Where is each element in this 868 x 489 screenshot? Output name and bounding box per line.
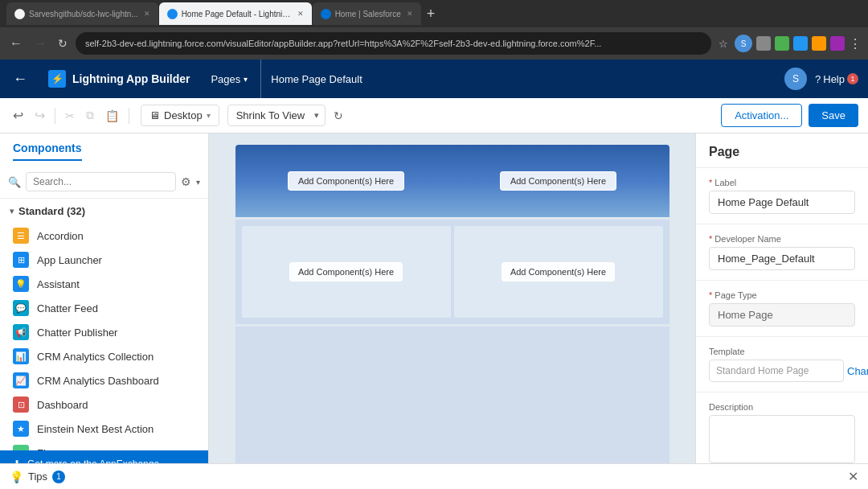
help-button[interactable]: ? Help 1	[815, 73, 858, 85]
comp-label: Einstein Next Best Action	[37, 423, 154, 435]
comp-label: App Launcher	[37, 254, 102, 266]
search-input[interactable]	[26, 172, 176, 191]
toolbar: ↩ ↪ ✂ ⧉ 📋 🖥 Desktop ▾ Shrink To View ▾ ↻…	[0, 98, 868, 134]
add-component-2col-right[interactable]: Add Component(s) Here	[502, 262, 615, 281]
comp-label: Dashboard	[37, 399, 88, 411]
canvas-col-2-left[interactable]: Add Component(s) Here	[242, 226, 451, 318]
page-name-label: Home Page Default	[271, 73, 362, 85]
list-item[interactable]: 📢 Chatter Publisher	[0, 320, 208, 344]
bookmark-icon[interactable]: ☆	[716, 36, 731, 51]
flow-icon: ⟶	[13, 445, 29, 450]
tab-lightning[interactable]: Home Page Default - Lightning... ✕	[159, 2, 312, 25]
save-button[interactable]: Save	[809, 104, 858, 127]
app-launcher-icon: ⊞	[13, 252, 29, 268]
comp-label: CRM Analytics Dashboard	[37, 375, 159, 387]
tab-github-close[interactable]: ✕	[144, 10, 150, 18]
more-options-icon[interactable]: ⋮	[849, 36, 862, 51]
panel-collapse-handle[interactable]: ›	[695, 166, 696, 188]
description-textarea[interactable]	[709, 415, 855, 463]
list-item[interactable]: ⟶ Flow	[0, 441, 208, 450]
label-input[interactable]	[709, 191, 855, 214]
extension-icon-1[interactable]	[756, 36, 771, 51]
tips-close-button[interactable]: ✕	[848, 469, 858, 484]
dashboard-icon: ⊡	[13, 397, 29, 413]
accordion-icon: ☰	[13, 228, 29, 244]
app-name-label: Lightning App Builder	[72, 72, 190, 85]
assistant-icon: 💡	[13, 276, 29, 292]
extension-icon-2[interactable]	[775, 36, 789, 51]
section-toggle-icon[interactable]: ▾	[10, 207, 14, 216]
activation-button[interactable]: Activation...	[721, 104, 802, 127]
page-type-required-star: *	[709, 290, 712, 300]
canvas-area: Add Component(s) Here Add Component(s) H…	[209, 134, 695, 478]
comp-label: Accordion	[37, 230, 84, 242]
settings-chevron[interactable]: ▾	[196, 178, 200, 187]
view-select[interactable]: Shrink To View	[227, 105, 326, 126]
pages-nav-label: Pages	[211, 73, 240, 85]
canvas-col-2-right[interactable]: Add Component(s) Here	[454, 226, 663, 318]
settings-icon[interactable]: ⚙	[181, 175, 191, 188]
nav-back-button[interactable]: ←	[6, 35, 26, 52]
undo-button[interactable]: ↩	[10, 105, 27, 126]
list-item[interactable]: 📈 CRM Analytics Dashboard	[0, 368, 208, 392]
list-item[interactable]: ⊡ Dashboard	[0, 392, 208, 417]
extension-icon-5[interactable]	[830, 36, 845, 51]
browser-tabs-bar: Sarveshgithub/sdc-lwc-lightn... ✕ Home P…	[0, 0, 868, 27]
developer-name-input[interactable]	[709, 247, 855, 270]
label-field-group: * Label	[696, 168, 868, 224]
template-input	[709, 360, 844, 382]
add-component-hero-right[interactable]: Add Component(s) Here	[500, 171, 616, 191]
tab-lightning-close[interactable]: ✕	[297, 10, 304, 18]
tab-salesforce-close[interactable]: ✕	[407, 10, 413, 18]
tab-salesforce[interactable]: Home | Salesforce ✕	[313, 2, 421, 25]
tips-badge: 1	[52, 471, 65, 483]
panel-header: Components	[0, 134, 208, 161]
extension-icon-3[interactable]	[793, 36, 808, 51]
canvas-col-right[interactable]: Add Component(s) Here	[454, 151, 663, 211]
help-label: Help	[823, 73, 845, 85]
canvas-row-2col: Add Component(s) Here Add Component(s) H…	[235, 220, 669, 324]
dev-name-required-star: *	[709, 234, 712, 244]
panel-title: Components	[13, 142, 82, 161]
profile-circle[interactable]: S	[735, 35, 752, 52]
device-selector[interactable]: 🖥 Desktop ▾	[141, 105, 219, 126]
new-tab-button[interactable]: +	[427, 6, 436, 23]
redo-button[interactable]: ↪	[31, 105, 48, 126]
description-label: Description	[709, 402, 855, 412]
view-selector-wrapper: Shrink To View ▾	[227, 105, 326, 126]
list-item[interactable]: 💡 Assistant	[0, 272, 208, 296]
list-item[interactable]: ☰ Accordion	[0, 224, 208, 248]
nav-reload-button[interactable]: ↻	[55, 35, 71, 51]
cut-button[interactable]: ✂	[62, 106, 78, 125]
address-bar-wrapper[interactable]: self-2b3-dev-ed.lightning.force.com/visu…	[76, 32, 711, 55]
comp-label: Assistant	[37, 278, 80, 290]
page-type-label: * Page Type	[709, 290, 855, 300]
toolbar-separator-2	[129, 108, 129, 124]
change-template-button[interactable]: Change	[847, 365, 868, 377]
template-field-group: Template Change	[696, 337, 868, 392]
add-component-2col-left[interactable]: Add Component(s) Here	[289, 262, 403, 281]
pages-nav-item[interactable]: Pages ▾	[199, 60, 259, 98]
add-component-hero-left[interactable]: Add Component(s) Here	[288, 171, 404, 191]
list-item[interactable]: ⊞ App Launcher	[0, 248, 208, 272]
tab-lightning-label: Home Page Default - Lightning...	[182, 10, 292, 18]
tab-github-label: Sarveshgithub/sdc-lwc-lightn...	[29, 10, 138, 18]
extension-icon-4[interactable]	[812, 36, 826, 51]
list-item[interactable]: ★ Einstein Next Best Action	[0, 417, 208, 441]
chatter-feed-icon: 💬	[13, 300, 29, 316]
section-label: Standard (32)	[18, 205, 85, 217]
paste-button[interactable]: 📋	[102, 106, 122, 125]
browser-nav-bar: ← → ↻ self-2b3-dev-ed.lightning.force.co…	[0, 27, 868, 60]
copy-button[interactable]: ⧉	[83, 105, 97, 125]
user-avatar-small[interactable]: S	[784, 68, 807, 90]
header-back-button[interactable]: ←	[6, 68, 34, 91]
list-item[interactable]: 📊 CRM Analytics Collection	[0, 344, 208, 368]
address-bar-text: self-2b3-dev-ed.lightning.force.com/visu…	[85, 39, 601, 48]
nav-forward-button[interactable]: →	[31, 35, 50, 52]
app-logo-area: ⚡ Lightning App Builder	[39, 70, 199, 88]
canvas-col-left[interactable]: Add Component(s) Here	[242, 151, 451, 211]
github-favicon	[14, 9, 25, 19]
list-item[interactable]: 💬 Chatter Feed	[0, 296, 208, 320]
tab-github[interactable]: Sarveshgithub/sdc-lwc-lightn... ✕	[6, 2, 158, 25]
refresh-canvas-button[interactable]: ↻	[334, 109, 343, 122]
